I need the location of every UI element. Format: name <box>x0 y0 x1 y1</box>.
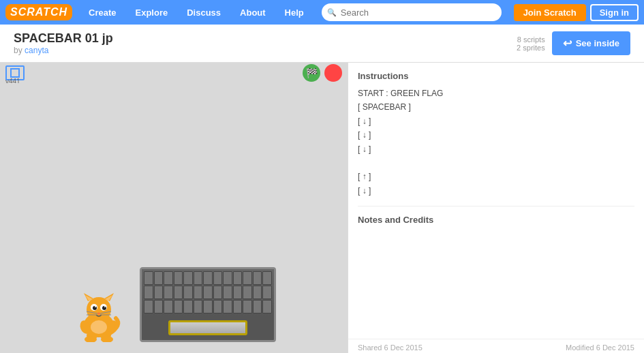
section-divider <box>358 206 634 206</box>
instructions-title: Instructions <box>358 71 634 81</box>
scripts-count: 8 scripts <box>517 35 545 44</box>
search-icon-wrap <box>322 3 502 21</box>
sprites-count: 2 sprites <box>517 44 545 52</box>
see-inside-icon: ↩ <box>563 37 572 50</box>
keyboard-keys <box>142 269 274 316</box>
svg-point-12 <box>97 313 100 315</box>
by-label: by <box>14 46 22 55</box>
scratch-logo[interactable]: SCRATCH <box>5 4 72 20</box>
stage-controls: 🏁 <box>303 64 342 82</box>
search-input[interactable] <box>322 3 502 21</box>
svg-point-23 <box>91 320 107 334</box>
project-title-area: SPACEBAR 01 jp by canyta <box>14 31 113 55</box>
see-inside-label: See inside <box>576 38 619 48</box>
svg-point-10 <box>95 306 96 307</box>
instructions-text: START : GREEN FLAG [ SPACEBAR ] [ ↓ ] [ … <box>358 87 634 198</box>
project-author-line: by canyta <box>14 46 113 55</box>
navbar: SCRATCH Create Explore Discuss About Hel… <box>0 0 644 25</box>
main-content: 🏁 v441 <box>0 63 644 353</box>
info-panel: Instructions START : GREEN FLAG [ SPACEB… <box>348 63 644 353</box>
nav-create[interactable]: Create <box>79 0 125 25</box>
info-scroll[interactable]: Instructions START : GREEN FLAG [ SPACEB… <box>348 63 644 339</box>
svg-point-11 <box>104 306 106 307</box>
keyboard-sprite <box>140 267 276 342</box>
project-meta: 8 scripts 2 sprites ↩ See inside <box>517 31 630 55</box>
sign-in-button[interactable]: Sign in <box>590 4 639 21</box>
stage-toolbar: 🏁 <box>0 63 348 83</box>
stop-button[interactable] <box>324 64 342 82</box>
stage-canvas <box>0 83 348 353</box>
green-flag-button[interactable]: 🏁 <box>303 64 320 82</box>
shared-date: Shared 6 Dec 2015 <box>358 343 423 352</box>
project-author-link[interactable]: canyta <box>25 46 48 55</box>
join-scratch-button[interactable]: Join Scratch <box>514 4 586 21</box>
notes-title: Notes and Credits <box>358 215 634 225</box>
project-header: SPACEBAR 01 jp by canyta 8 scripts 2 spr… <box>0 25 644 63</box>
stage-area: 🏁 v441 <box>0 63 348 353</box>
nav-help[interactable]: Help <box>275 0 313 25</box>
project-title: SPACEBAR 01 jp <box>14 31 113 46</box>
svg-point-8 <box>93 306 97 310</box>
nav-about[interactable]: About <box>230 0 275 25</box>
scratch-cat-sprite <box>72 288 126 342</box>
svg-point-9 <box>102 306 106 310</box>
search-wrap <box>322 3 502 21</box>
svg-point-1 <box>87 297 111 322</box>
spacebar <box>168 320 247 335</box>
spacebar-area <box>142 316 274 340</box>
project-stats: 8 scripts 2 sprites <box>517 35 545 52</box>
see-inside-button[interactable]: ↩ See inside <box>552 31 630 55</box>
nav-discuss[interactable]: Discuss <box>177 0 230 25</box>
nav-explore[interactable]: Explore <box>126 0 178 25</box>
footer-bar: Shared 6 Dec 2015 Modified 6 Dec 2015 <box>348 339 644 353</box>
modified-date: Modified 6 Dec 2015 <box>566 343 634 352</box>
